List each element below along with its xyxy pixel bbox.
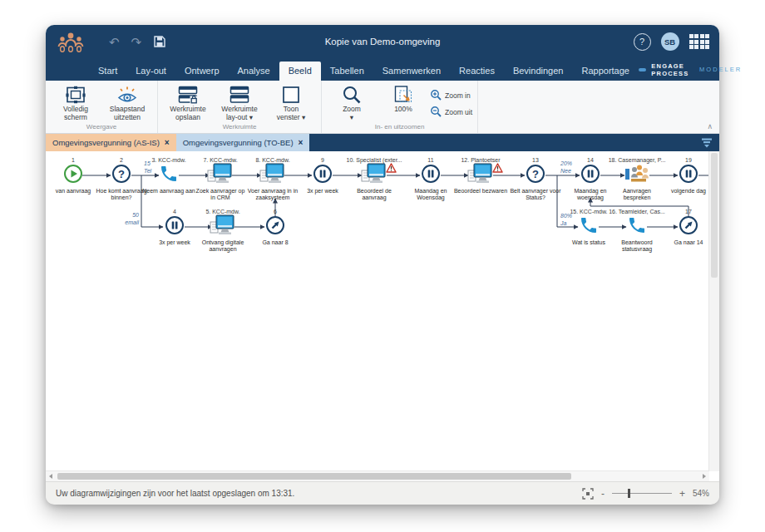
zoom-slider-thumb[interactable]	[628, 489, 631, 498]
title-bar: ↶ ↷ Kopie van Demo-omgeving ? SB	[46, 25, 719, 58]
close-tab-icon[interactable]: ×	[165, 138, 170, 147]
ribbon-tab-beeld[interactable]: Beeld	[279, 62, 321, 81]
ribbon-tab-tabellen[interactable]: Tabellen	[321, 62, 373, 81]
scroll-right-icon[interactable]	[699, 471, 709, 481]
question-icon: ?	[526, 164, 545, 187]
volledig-scherm-button[interactable]: Volledig scherm	[51, 83, 101, 122]
ribbon-tab-start[interactable]: Start	[89, 62, 126, 81]
computer-icon	[467, 163, 494, 189]
zoom-in-button[interactable]: Zoom in	[430, 89, 472, 102]
undo-icon[interactable]: ↶	[109, 36, 120, 48]
question-icon: ?	[111, 164, 131, 187]
ribbon-tab-ontwerp[interactable]: Ontwerp	[175, 62, 229, 81]
svg-text:?: ?	[118, 168, 125, 180]
edge-label: 20% Nee	[560, 160, 572, 175]
zoom-uit-button[interactable]: Zoom uit	[430, 106, 472, 119]
node-label: Ga naar 14	[659, 239, 718, 246]
workspace-layout-icon	[229, 83, 250, 106]
document-tabbar: Omgevingsvergunning (AS-IS)×Omgevingsver…	[46, 134, 719, 151]
computer-icon	[207, 163, 234, 189]
zoom-out-button[interactable]: -	[601, 489, 605, 499]
fullscreen-icon	[65, 83, 86, 106]
eye-icon	[116, 83, 138, 106]
ribbon-tabstrip: StartLay-outOntwerpAnalyseBeeldTabellenS…	[46, 58, 719, 81]
ribbon-tab-samenwerken[interactable]: Samenwerken	[373, 62, 450, 81]
node-label: Belt aanvrager voor Status?	[506, 188, 565, 202]
zoom-out-icon	[430, 106, 442, 119]
ribbon: Volledig schermSlaapstand uitzettenWeerg…	[46, 81, 719, 134]
pause-icon	[421, 164, 441, 187]
pause-icon	[580, 164, 600, 187]
vertical-scrollbar[interactable]	[708, 151, 719, 471]
collapse-ribbon-icon[interactable]: ∧	[707, 122, 713, 131]
ribbon-group-label: In- en uitzoomen	[327, 122, 472, 133]
flow-node-12[interactable]: 12. Plantoetser Beoordeel bezwaren	[451, 156, 511, 195]
pause-icon	[313, 164, 333, 187]
svg-text:?: ?	[532, 168, 539, 180]
ribbon-group-weergave: Volledig schermSlaapstand uitzettenWeerg…	[46, 81, 158, 133]
help-icon[interactable]: ?	[634, 33, 651, 51]
scroll-left-icon[interactable]	[46, 471, 56, 481]
toon-venster-button[interactable]: Toon venster ▾	[266, 83, 316, 122]
app-grid-icon[interactable]	[689, 34, 710, 49]
phone-icon	[159, 164, 179, 187]
phone-icon	[627, 215, 647, 239]
flowchart-canvas[interactable]: 1 van aanvraag 2 ? Hoe komt aanvraag bin…	[46, 151, 719, 481]
zoom-slider[interactable]	[612, 493, 672, 495]
horizontal-scrollbar[interactable]	[46, 470, 709, 481]
window-icon	[280, 83, 302, 106]
warning-icon	[492, 161, 503, 176]
ribbon-tab-rapportage[interactable]: Rapportage	[572, 62, 639, 81]
flow-node-5[interactable]: 5. KCC-mdw. Ontvang digitale aanvragen	[193, 208, 253, 254]
titlebar-right: ? SB	[634, 32, 710, 51]
ribbon-tab-lay-out[interactable]: Lay-out	[126, 62, 175, 81]
flow-node-17[interactable]: 17 Ga naar 14	[659, 208, 718, 246]
warning-icon	[386, 161, 397, 176]
document-tab-omgevingsvergunning-as-is[interactable]: Omgevingsvergunning (AS-IS)×	[46, 134, 176, 151]
collapse-panel-icon[interactable]	[701, 138, 713, 148]
close-tab-icon[interactable]: ×	[299, 138, 304, 147]
computer-icon	[210, 214, 236, 240]
zoom-in-button[interactable]: +	[679, 489, 685, 499]
ribbon-tab-reacties[interactable]: Reacties	[450, 62, 504, 81]
horizontal-scrollbar-thumb[interactable]	[57, 473, 571, 480]
brand-name: ENGAGE PROCESS	[651, 62, 694, 77]
brand-logo: ENGAGE PROCESS MODELER	[639, 62, 752, 77]
ribbon-tab-bevindingen[interactable]: Bevindingen	[504, 62, 573, 81]
ribbon-group-label: Werkruimte	[163, 122, 316, 133]
flow-node-19[interactable]: 19 volgende dag	[659, 156, 718, 195]
avatar[interactable]: SB	[661, 32, 679, 51]
phone-icon	[579, 215, 599, 239]
save-icon[interactable]	[153, 35, 166, 48]
flow-node-10[interactable]: 10. Specialist (exter... Beoordeel de aa…	[344, 156, 404, 202]
zoom-in-icon	[430, 89, 442, 102]
flow-node-6[interactable]: 6 Ga naar 8	[245, 208, 305, 246]
ribbon-group-label: Weergave	[51, 122, 152, 133]
redo-icon[interactable]: ↷	[131, 36, 142, 48]
zoom-controls: - + 54%	[582, 488, 709, 500]
app-window: ↶ ↷ Kopie van Demo-omgeving ? SB	[46, 25, 719, 504]
werkruimte-opslaan-button[interactable]: Werkruimte opslaan	[163, 83, 213, 122]
node-label: volgende dag	[659, 188, 718, 195]
brand-product: MODELER	[699, 66, 742, 73]
zoom-percent: 54%	[693, 489, 709, 498]
node-label: Ontvang digitale aanvragen	[193, 239, 253, 254]
node-label: Beoordeel bezwaren	[451, 188, 511, 195]
computer-icon	[361, 163, 387, 189]
ribbon-tab-analyse[interactable]: Analyse	[229, 62, 279, 81]
document-tab-omgevingsvergunning-to-be[interactable]: Omgevingsvergunning (TO-BE)×	[176, 134, 310, 151]
brand-dash-icon	[639, 68, 646, 71]
edge-label: 80% Ja	[560, 213, 572, 228]
werkruimte-lay-out-button[interactable]: Werkruimte lay-out ▾	[215, 83, 264, 122]
edge-label: 15 Tel	[144, 160, 151, 175]
fit-to-screen-icon[interactable]	[582, 488, 594, 500]
zoom-button[interactable]: Zoom ▾	[327, 83, 377, 122]
node-label: Ga naar 8	[245, 239, 305, 246]
slaapstand-uitzetten-button[interactable]: Slaapstand uitzetten	[102, 83, 152, 122]
flow-node-7[interactable]: 7. KCC-mdw. Zoek aanvrager op in CRM	[190, 156, 250, 202]
window-title: Kopie van Demo-omgeving	[325, 37, 441, 47]
pause-icon	[679, 164, 698, 187]
computer-icon	[259, 163, 286, 189]
flow-node-13[interactable]: 13 ? Belt aanvrager voor Status?	[506, 156, 565, 202]
100-button[interactable]: 100%	[378, 83, 428, 114]
